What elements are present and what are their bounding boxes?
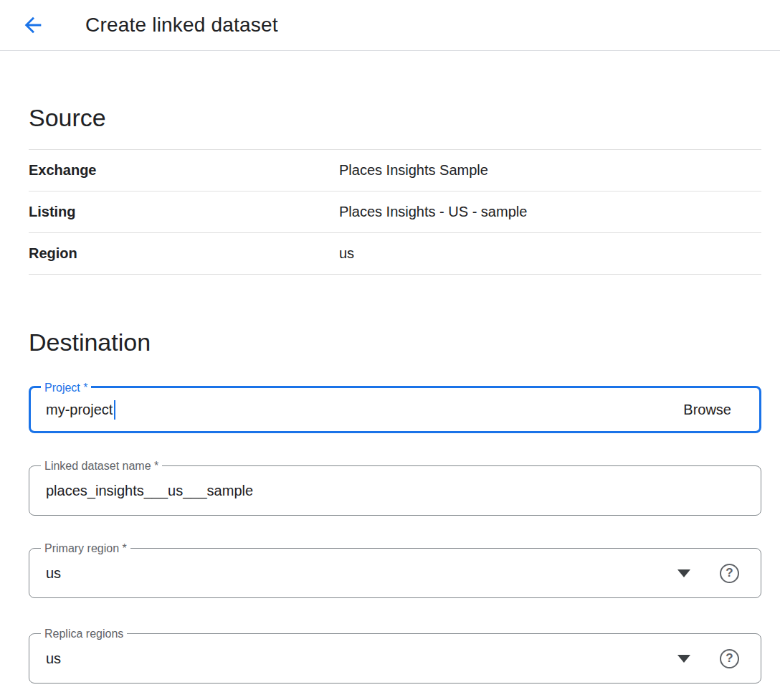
question-circle-icon[interactable]: ? (720, 649, 739, 668)
project-field-label: Project * (41, 379, 91, 397)
arrow-left-icon (21, 13, 45, 37)
table-row-exchange: Exchange Places Insights Sample (29, 150, 761, 191)
listing-value: Places Insights - US - sample (339, 204, 527, 220)
exchange-value: Places Insights Sample (339, 162, 488, 179)
caret-down-icon[interactable] (677, 655, 690, 663)
primary-region-field[interactable]: Primary region * us ? (29, 548, 761, 598)
linked-dataset-name-label: Linked dataset name * (41, 458, 162, 475)
page-title: Create linked dataset (85, 14, 278, 37)
region-value: us (339, 245, 354, 262)
project-input[interactable]: my-project (46, 402, 113, 418)
replica-regions-field[interactable]: Replica regions us ? (29, 633, 761, 684)
exchange-label: Exchange (29, 162, 339, 179)
primary-region-selected-value: us (46, 565, 61, 582)
replica-regions-label: Replica regions (41, 625, 127, 643)
source-section-heading: Source (29, 103, 761, 133)
linked-dataset-name-field[interactable]: Linked dataset name * places_insights___… (29, 465, 761, 516)
destination-section-heading: Destination (29, 327, 761, 358)
header: Create linked dataset (0, 0, 780, 51)
replica-regions-selected-value: us (46, 651, 61, 667)
project-field[interactable]: Project * my-project Browse (29, 386, 761, 433)
question-circle-icon[interactable]: ? (720, 564, 739, 583)
text-cursor (114, 400, 115, 420)
back-button[interactable] (21, 13, 45, 37)
primary-region-label: Primary region * (41, 540, 130, 557)
caret-down-icon[interactable] (677, 569, 690, 577)
table-row-region: Region us (29, 233, 761, 275)
linked-dataset-name-input[interactable]: places_insights___us___sample (46, 483, 253, 499)
table-row-listing: Listing Places Insights - US - sample (29, 191, 761, 233)
browse-button[interactable]: Browse (683, 402, 731, 418)
create-linked-dataset-page: Create linked dataset Source Exchange Pl… (0, 0, 780, 700)
content: Source Exchange Places Insights Sample L… (0, 103, 780, 684)
source-properties-table: Exchange Places Insights Sample Listing … (29, 149, 761, 275)
listing-label: Listing (29, 204, 339, 220)
region-label: Region (29, 245, 339, 262)
